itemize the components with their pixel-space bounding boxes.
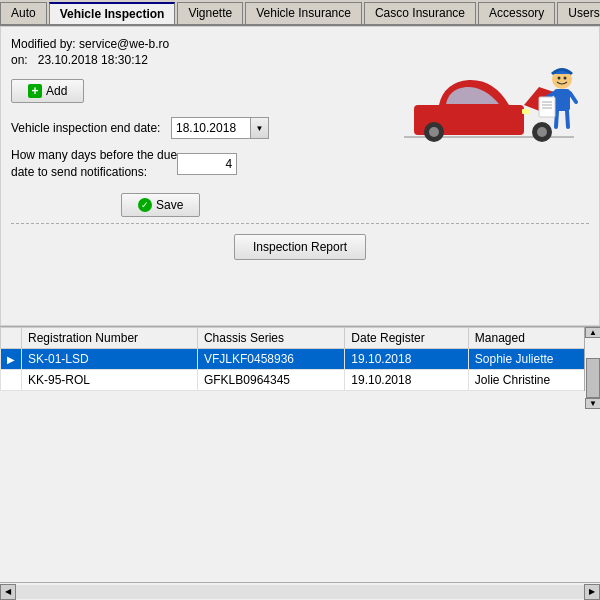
- svg-rect-8: [554, 89, 570, 111]
- scroll-right-arrow[interactable]: ▶: [584, 584, 600, 600]
- plus-icon: +: [28, 84, 42, 98]
- svg-point-5: [429, 127, 439, 137]
- save-icon: ✓: [138, 198, 152, 212]
- tab-casco-insurance[interactable]: Casco Insurance: [364, 2, 476, 24]
- on-date-line: on: 23.10.2018 18:30:12: [11, 53, 389, 67]
- save-button-label: Save: [156, 198, 183, 212]
- tab-bar: Auto Vehicle Inspection Vignette Vehicle…: [0, 0, 600, 26]
- tab-users[interactable]: Users: [557, 2, 600, 24]
- save-button[interactable]: ✓ Save: [121, 193, 200, 217]
- scroll-down-arrow[interactable]: ▼: [585, 398, 600, 409]
- col-chassis: Chassis Series: [197, 328, 344, 349]
- notifications-label: How many days before the due date to sen…: [11, 147, 177, 181]
- cell-managed: Jolie Christine: [468, 370, 599, 391]
- tab-vehicle-inspection[interactable]: Vehicle Inspection: [49, 2, 176, 24]
- main-content: Modified by: service@we-b.ro on: 23.10.2…: [0, 26, 600, 326]
- end-date-field[interactable]: ▼: [171, 117, 269, 139]
- row-indicator: ▶: [1, 349, 22, 370]
- col-date-register: Date Register: [345, 328, 469, 349]
- car-illustration-panel: [389, 37, 589, 157]
- h-scroll-track: [16, 585, 584, 599]
- svg-point-17: [558, 77, 561, 80]
- scroll-left-arrow[interactable]: ◀: [0, 584, 16, 600]
- tab-accessory[interactable]: Accessory: [478, 2, 555, 24]
- on-value: 23.10.2018 18:30:12: [38, 53, 148, 67]
- svg-line-11: [556, 111, 557, 127]
- scroll-track: [585, 338, 600, 398]
- svg-point-18: [564, 77, 567, 80]
- cell-chassis: GFKLB0964345: [197, 370, 344, 391]
- scroll-thumb[interactable]: [586, 358, 600, 398]
- cell-date-register: 19.10.2018: [345, 349, 469, 370]
- modified-by-label: Modified by:: [11, 37, 76, 51]
- cell-date-register: 19.10.2018: [345, 370, 469, 391]
- modified-by-line: Modified by: service@we-b.ro: [11, 37, 389, 51]
- notifications-input[interactable]: [177, 153, 237, 175]
- left-panel: Modified by: service@we-b.ro on: 23.10.2…: [11, 37, 389, 217]
- svg-rect-13: [539, 97, 555, 117]
- on-label: on:: [11, 53, 28, 67]
- tab-vehicle-insurance[interactable]: Vehicle Insurance: [245, 2, 362, 24]
- svg-line-12: [567, 111, 568, 127]
- table-scroll-container[interactable]: Registration Number Chassis Series Date …: [0, 327, 600, 391]
- cell-managed: Sophie Juliette: [468, 349, 599, 370]
- report-button-container: Inspection Report: [11, 234, 589, 260]
- col-indicator: [1, 328, 22, 349]
- table-row[interactable]: KK-95-ROLGFKLB096434519.10.2018Jolie Chr…: [1, 370, 600, 391]
- table-row[interactable]: ▶SK-01-LSDVFJLKF045893619.10.2018Sophie …: [1, 349, 600, 370]
- tab-vignette[interactable]: Vignette: [177, 2, 243, 24]
- svg-point-3: [537, 127, 547, 137]
- tab-auto[interactable]: Auto: [0, 2, 47, 24]
- modified-by-value: service@we-b.ro: [79, 37, 169, 51]
- row-indicator: [1, 370, 22, 391]
- cell-reg-number: SK-01-LSD: [22, 349, 198, 370]
- end-date-input[interactable]: [171, 117, 251, 139]
- end-date-label: Vehicle inspection end date:: [11, 121, 171, 135]
- horizontal-scrollbar[interactable]: ◀ ▶: [0, 582, 600, 600]
- svg-line-10: [570, 93, 576, 102]
- add-button-label: Add: [46, 84, 67, 98]
- scroll-up-arrow[interactable]: ▲: [585, 327, 600, 338]
- vehicle-table: Registration Number Chassis Series Date …: [0, 327, 600, 391]
- vertical-scrollbar[interactable]: ▲ ▼: [584, 327, 600, 391]
- cell-chassis: VFJLKF0458936: [197, 349, 344, 370]
- add-button[interactable]: + Add: [11, 79, 84, 103]
- inspection-report-button[interactable]: Inspection Report: [234, 234, 366, 260]
- svg-rect-6: [522, 109, 530, 114]
- car-illustration: [394, 37, 584, 157]
- date-picker-button[interactable]: ▼: [251, 117, 269, 139]
- cell-reg-number: KK-95-ROL: [22, 370, 198, 391]
- col-reg-number: Registration Number: [22, 328, 198, 349]
- table-header-row: Registration Number Chassis Series Date …: [1, 328, 600, 349]
- col-managed: Managed: [468, 328, 599, 349]
